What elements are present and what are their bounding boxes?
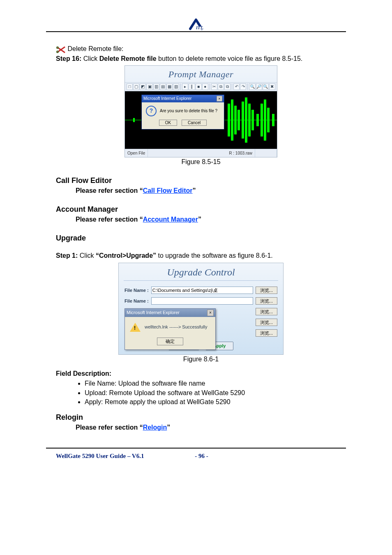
toolbar-button[interactable]: ▦	[166, 83, 173, 90]
svg-text:ITT: ITT	[196, 25, 203, 30]
relogin-heading: Relogin	[56, 412, 346, 422]
svg-rect-21	[133, 118, 135, 122]
toolbar-button[interactable]: 🔎	[256, 83, 262, 90]
svg-rect-15	[256, 114, 259, 126]
toolbar-separator	[247, 83, 248, 90]
file-name-input-2[interactable]	[151, 297, 253, 305]
figure-8-5-15-caption: Figure 8.5-15	[56, 157, 346, 166]
toolbar-button[interactable]: ■	[196, 83, 202, 90]
toolbar-button[interactable]: ●	[202, 83, 208, 90]
toolbar-button[interactable]: ↷	[240, 83, 246, 90]
dialog-title: Microsoft Internet Explorer	[143, 96, 191, 102]
toolbar-button[interactable]: ▥	[153, 83, 159, 90]
scissors-delete-icon	[56, 45, 67, 52]
toolbar-button[interactable]: ▤	[160, 83, 166, 90]
dialog-message: Are you sure to delete this file ?	[160, 108, 217, 114]
toolbar-button[interactable]: ⧉	[218, 83, 224, 90]
relogin-lead: Please refer section “	[76, 424, 143, 431]
svg-rect-8	[231, 99, 233, 141]
svg-rect-18	[267, 108, 270, 132]
svg-rect-10	[238, 110, 240, 130]
list-item: File Name: Upload the software file name	[85, 379, 346, 388]
call-flow-heading: Call Flow Editor	[56, 176, 346, 185]
browse-button-3[interactable]: 浏览...	[256, 308, 277, 315]
svg-rect-9	[234, 106, 237, 134]
relogin-link[interactable]: Relogin	[143, 424, 167, 431]
toolbar-button[interactable]: ↶	[233, 83, 240, 90]
svg-rect-16	[261, 104, 263, 136]
dialog-titlebar: Microsoft Internet Explorer ×	[125, 309, 215, 317]
ok-button[interactable]: OK	[159, 120, 177, 126]
close-icon[interactable]: ×	[207, 310, 214, 316]
account-manager-lead: Please refer section “	[76, 216, 143, 223]
account-manager-link[interactable]: Account Manager	[143, 216, 198, 223]
toolbar-button[interactable]: ◩	[140, 83, 146, 90]
toolbar-button[interactable]: ‖	[189, 83, 195, 90]
svg-rect-13	[248, 104, 251, 136]
account-manager-tail: ”	[198, 216, 201, 223]
call-flow-tail: ”	[193, 187, 196, 194]
svg-rect-17	[264, 99, 266, 141]
toolbar-button[interactable]: ⧉	[224, 83, 231, 90]
file-row-1: File Name : 浏览...	[119, 285, 283, 296]
toolbar-button[interactable]: 🔍	[249, 83, 255, 90]
document-body: Delete Remote file: Step 16: Click Delet…	[56, 44, 346, 432]
question-icon: ?	[146, 106, 157, 116]
toolbar-button[interactable]: 🔍	[263, 83, 269, 90]
dialog-title: Microsoft Internet Explorer	[127, 310, 180, 316]
toolbar-button[interactable]: ▣	[146, 83, 152, 90]
dialog-titlebar: Microsoft Internet Explorer ×	[142, 95, 224, 102]
footer-page-number: - 96 -	[195, 453, 208, 459]
browse-button-2[interactable]: 浏览...	[256, 297, 277, 305]
footer-divider	[46, 448, 346, 449]
step1-text-a: Click	[80, 252, 96, 259]
list-item: Upload: Remote Upload the software at We…	[85, 388, 346, 398]
toolbar-separator	[180, 83, 181, 90]
step16-line: Step 16: Click Delete Remote file button…	[56, 54, 346, 63]
call-flow-line: Please refer section “Call Flow Editor”	[56, 186, 346, 195]
delete-label: Delete Remote file:	[67, 45, 123, 52]
step16-text-a: Click	[83, 55, 99, 62]
step1-text-b: to upgrade the software as figure 8.6-1.	[158, 252, 272, 259]
figure-8-6-1: Upgrade Control File Name : 浏览... File N…	[56, 263, 346, 355]
prompt-status-bar: Open File R : 1003.raw	[125, 149, 277, 157]
upgrade-control-panel: Upgrade Control File Name : 浏览... File N…	[118, 263, 284, 355]
toolbar-button[interactable]: ▸	[182, 83, 188, 90]
upgrade-divider	[124, 280, 278, 281]
browse-button-1[interactable]: 浏览...	[256, 287, 277, 294]
footer: WellGate 5290 User Guide – V6.1 - 96 -	[56, 453, 346, 460]
toolbar-button[interactable]: ▢	[133, 83, 139, 90]
relogin-tail: ”	[167, 424, 170, 431]
upgrade-success-dialog: Microsoft Internet Explorer × welltech.l…	[125, 308, 216, 350]
call-flow-editor-link[interactable]: Call Flow Editor	[143, 187, 193, 194]
figure-8-6-1-caption: Figure 8.6-1	[56, 355, 346, 364]
field-description-list: File Name: Upload the software file name…	[56, 379, 346, 407]
dialog-message: welltech.lnk ------> Successfully	[145, 324, 208, 330]
file-name-input-1[interactable]	[151, 287, 253, 294]
ok-button[interactable]: 确定	[157, 338, 183, 345]
step1-bold: “Control>Upgrade”	[96, 252, 156, 259]
toolbar-button[interactable]: ✂	[211, 83, 217, 90]
svg-rect-7	[228, 104, 230, 136]
toolbar-button[interactable]: □	[127, 83, 133, 90]
call-flow-lead: Please refer section “	[76, 187, 143, 194]
close-icon[interactable]: ×	[217, 96, 222, 102]
relogin-line: Please refer section “Relogin”	[56, 423, 346, 432]
field-description-heading: Field Description:	[56, 369, 346, 378]
status-file-name: R : 1003.raw	[226, 149, 255, 157]
toolbar-separator	[232, 83, 232, 90]
file-name-label: File Name :	[125, 287, 149, 294]
cancel-button[interactable]: Cancel	[182, 120, 207, 126]
toolbar-separator	[210, 83, 210, 90]
delete-remote-line: Delete Remote file:	[56, 44, 346, 53]
browse-button-4[interactable]: 浏览...	[256, 319, 277, 326]
toolbar-button[interactable]: ▧	[173, 83, 179, 90]
browse-button-5[interactable]: 浏览...	[256, 329, 277, 337]
prompt-manager-title: Prompt Manager	[125, 66, 277, 82]
svg-rect-12	[245, 97, 247, 143]
toolbar-button[interactable]: ✖	[269, 83, 275, 90]
step16-bold: Delete Remote file	[99, 55, 157, 62]
status-open-file: Open File	[125, 149, 148, 157]
svg-rect-11	[242, 102, 244, 139]
prompt-manager-panel: Prompt Manager □▢◩▣▥▤▦▧▸‖■●✂⧉⧉↶↷🔍🔎🔍✖	[125, 65, 277, 157]
